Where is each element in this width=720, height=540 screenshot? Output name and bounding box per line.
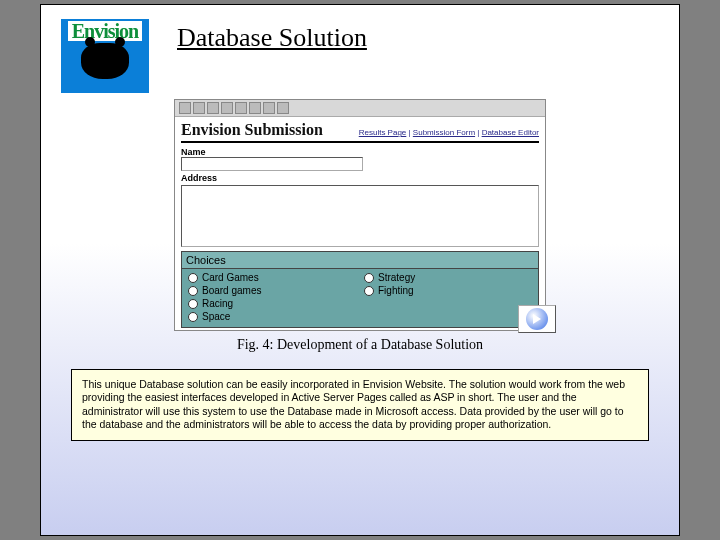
radio-icon <box>364 273 374 283</box>
name-input[interactable] <box>181 157 363 171</box>
next-button[interactable] <box>518 305 556 333</box>
nav-link-submission[interactable]: Submission Form <box>413 128 475 137</box>
choice-option[interactable]: Racing <box>188 297 356 310</box>
address-label: Address <box>181 173 539 183</box>
toolbar-button <box>207 102 219 114</box>
toolbar-button <box>179 102 191 114</box>
nav-link-results[interactable]: Results Page <box>359 128 407 137</box>
choice-option[interactable]: Fighting <box>364 284 532 297</box>
browser-screenshot: Envision Submission Results Page | Submi… <box>174 99 546 331</box>
radio-icon <box>364 286 374 296</box>
name-label: Name <box>181 147 539 157</box>
figure-caption: Fig. 4: Development of a Database Soluti… <box>61 337 659 353</box>
nav-links: Results Page | Submission Form | Databas… <box>359 128 539 137</box>
choices-title: Choices <box>182 252 538 269</box>
logo: Envision <box>61 19 149 93</box>
radio-icon <box>188 312 198 322</box>
toolbar-button <box>277 102 289 114</box>
radio-icon <box>188 273 198 283</box>
description-box: This unique Database solution can be eas… <box>71 369 649 441</box>
arrow-right-icon <box>526 308 548 330</box>
nav-link-dbeditor[interactable]: Database Editor <box>482 128 539 137</box>
address-input[interactable] <box>181 185 539 247</box>
form-heading: Envision Submission <box>181 121 323 139</box>
choice-option[interactable]: Strategy <box>364 271 532 284</box>
choice-option[interactable]: Space <box>188 310 356 323</box>
browser-toolbar <box>175 100 545 117</box>
logo-text: Envision <box>68 21 142 41</box>
choice-option[interactable]: Board games <box>188 284 356 297</box>
toolbar-button <box>235 102 247 114</box>
toolbar-button <box>193 102 205 114</box>
page-title: Database Solution <box>177 23 367 53</box>
radio-icon <box>188 299 198 309</box>
slide: Envision Database Solution Envision Subm… <box>40 4 680 536</box>
browser-body: Envision Submission Results Page | Submi… <box>175 117 545 330</box>
radio-icon <box>188 286 198 296</box>
toolbar-button <box>263 102 275 114</box>
choices-panel: Choices Card Games Board games Racing Sp… <box>181 251 539 328</box>
toolbar-button <box>249 102 261 114</box>
inkblot-icon <box>81 43 129 79</box>
toolbar-button <box>221 102 233 114</box>
header-row: Envision Database Solution <box>61 19 659 93</box>
choice-option[interactable]: Card Games <box>188 271 356 284</box>
